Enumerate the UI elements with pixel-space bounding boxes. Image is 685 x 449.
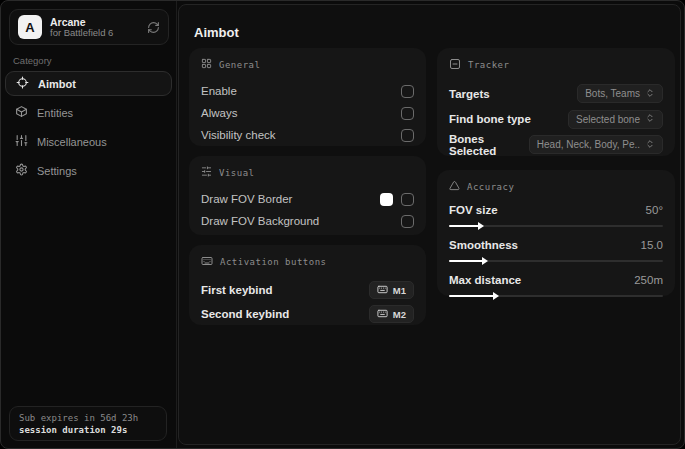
accuracy-card: Accuracy FOV size 50° Smoothness 15.0 [437, 170, 675, 296]
setting-label: Always [201, 107, 237, 119]
category-label: Category [13, 55, 52, 66]
max-distance-slider[interactable] [449, 291, 663, 301]
activation-card: Activation buttons First keybind M1 Seco… [189, 245, 426, 325]
setting-label: Smoothness [449, 239, 518, 251]
draw-fov-background-checkbox[interactable] [401, 215, 414, 228]
keyboard-icon [201, 255, 213, 269]
chevrons-up-down-icon [645, 113, 655, 125]
sidebar-item-label: Entities [37, 107, 73, 119]
sliders-icon [15, 134, 28, 149]
card-title: Accuracy [467, 182, 514, 192]
always-checkbox[interactable] [401, 107, 414, 120]
setting-label: First keybind [201, 284, 273, 296]
draw-fov-border-checkbox[interactable] [401, 193, 414, 206]
card-title: Visual [219, 168, 255, 178]
app-name: Arcane [50, 16, 139, 28]
visibility-check-checkbox[interactable] [401, 129, 414, 142]
chevrons-up-down-icon [645, 88, 655, 100]
box-icon [15, 105, 28, 120]
sidebar-item-label: Aimbot [38, 78, 76, 90]
slider-fill [449, 295, 494, 297]
bones-selected-dropdown[interactable]: Head, Neck, Body, Pe.. [529, 135, 663, 154]
visual-card-header: Visual [201, 166, 414, 179]
card-title: Tracker [468, 60, 509, 70]
setting-label: Targets [449, 88, 490, 100]
setting-value: 250m [634, 274, 663, 286]
brand-box: A Arcane for Battlefield 6 [9, 9, 169, 45]
chevrons-up-down-icon [645, 139, 655, 151]
sidebar-item-miscellaneous[interactable]: Miscellaneous [5, 129, 172, 154]
general-card-header: General [201, 58, 414, 71]
sidebar-nav: Aimbot Entities Miscellaneous Settings [5, 71, 172, 183]
first-keybind-button[interactable]: M1 [369, 281, 414, 299]
tracker-card: Tracker Targets Bots, Teams Find bone ty… [437, 48, 675, 156]
setting-label: Draw FOV Background [201, 215, 319, 227]
setting-label: Visibility check [201, 129, 276, 141]
app-subtitle: for Battlefield 6 [50, 28, 139, 39]
grid-icon [201, 58, 212, 71]
setting-label: FOV size [449, 204, 498, 216]
sidebar-item-label: Settings [37, 165, 77, 177]
visual-card: Visual Draw FOV Border Draw FOV Backgrou… [189, 156, 426, 235]
setting-label: Bones Selected [449, 133, 529, 157]
setting-row-targets: Targets Bots, Teams [449, 81, 663, 107]
left-column: General Enable Always Visibility check [189, 48, 426, 325]
subscription-box: Sub expires in 56d 23h session duration … [9, 406, 167, 441]
setting-row-draw-fov-border: Draw FOV Border [201, 188, 414, 210]
activation-card-header: Activation buttons [201, 255, 414, 269]
setting-label: Enable [201, 85, 237, 97]
targets-dropdown[interactable]: Bots, Teams [577, 84, 663, 103]
find-bone-type-dropdown[interactable]: Selected bone [568, 110, 663, 129]
setting-row-first-keybind: First keybind M1 [201, 278, 414, 302]
app-window: A Arcane for Battlefield 6 Category Aimb… [0, 0, 685, 449]
setting-label: Find bone type [449, 113, 531, 125]
page-title: Aimbot [194, 25, 239, 40]
keybind-value: M1 [393, 285, 406, 296]
setting-value: 50° [646, 204, 663, 216]
setting-row-find-bone-type: Find bone type Selected bone [449, 107, 663, 133]
keyboard-icon [377, 284, 388, 297]
setting-row-max-distance: Max distance 250m [449, 272, 663, 288]
general-card: General Enable Always Visibility check [189, 48, 426, 146]
keybind-value: M2 [393, 309, 406, 320]
keyboard-icon [377, 308, 388, 321]
card-title: Activation buttons [220, 257, 327, 267]
main-panel: Aimbot General Enable Always [178, 4, 681, 445]
app-logo: A [18, 15, 42, 39]
gear-icon [15, 163, 28, 178]
setting-label: Second keybind [201, 308, 289, 320]
setting-row-second-keybind: Second keybind M2 [201, 302, 414, 326]
crosshair-icon [16, 76, 29, 91]
setting-row-smoothness: Smoothness 15.0 [449, 237, 663, 253]
dropdown-value: Head, Neck, Body, Pe.. [537, 139, 640, 150]
fov-size-slider[interactable] [449, 221, 663, 231]
setting-label: Max distance [449, 274, 521, 286]
session-duration-text: session duration 29s [19, 425, 157, 435]
setting-row-fov-size: FOV size 50° [449, 202, 663, 218]
triangle-icon [449, 180, 460, 193]
sidebar-item-aimbot[interactable]: Aimbot [5, 71, 172, 96]
smoothness-slider[interactable] [449, 256, 663, 266]
sidebar-item-label: Miscellaneous [37, 136, 107, 148]
setting-row-draw-fov-background: Draw FOV Background [201, 210, 414, 232]
slider-fill [449, 260, 483, 262]
right-column: Tracker Targets Bots, Teams Find bone ty… [437, 48, 675, 296]
refresh-icon[interactable] [147, 21, 160, 34]
setting-row-always: Always [201, 102, 414, 124]
setting-label: Draw FOV Border [201, 193, 292, 205]
minus-square-icon [449, 58, 461, 72]
sidebar: A Arcane for Battlefield 6 Category Aimb… [1, 1, 177, 448]
setting-row-bones-selected: Bones Selected Head, Neck, Body, Pe.. [449, 132, 663, 158]
sliders-horizontal-icon [201, 166, 212, 179]
dropdown-value: Selected bone [576, 114, 640, 125]
sidebar-item-settings[interactable]: Settings [5, 158, 172, 183]
setting-row-visibility-check: Visibility check [201, 124, 414, 146]
fov-border-color-swatch[interactable] [380, 193, 393, 206]
dropdown-value: Bots, Teams [585, 88, 640, 99]
setting-row-enable: Enable [201, 80, 414, 102]
sidebar-item-entities[interactable]: Entities [5, 100, 172, 125]
second-keybind-button[interactable]: M2 [369, 305, 414, 323]
card-title: General [219, 60, 260, 70]
accuracy-card-header: Accuracy [449, 180, 663, 193]
enable-checkbox[interactable] [401, 85, 414, 98]
